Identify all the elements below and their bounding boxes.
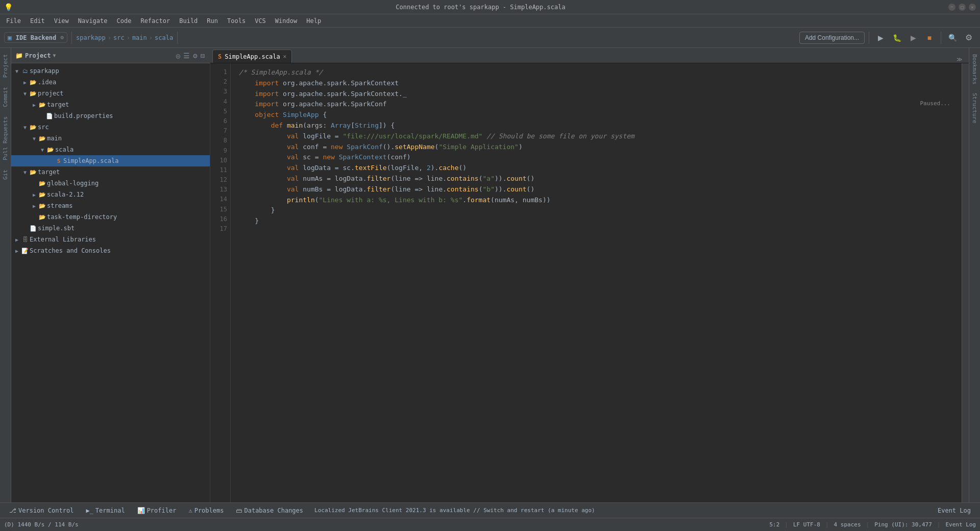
menu-item-view[interactable]: View: [50, 16, 73, 26]
event-log-button[interactable]: Event Log: [933, 505, 976, 516]
menu-item-help[interactable]: Help: [302, 16, 325, 26]
breadcrumb-src[interactable]: src: [113, 34, 125, 41]
menu-item-tools[interactable]: Tools: [223, 16, 250, 26]
paused-indicator: Paused...: [920, 100, 950, 107]
breadcrumb-scala[interactable]: scala: [155, 34, 173, 41]
arrow-scratches: ▶: [13, 248, 20, 254]
icon-simple-sbt: 📄: [29, 225, 38, 232]
terminal-button[interactable]: ▶_ Terminal: [81, 505, 130, 516]
code-line-3: import org.apache.spark.SparkContext._: [239, 89, 953, 100]
breadcrumb-project[interactable]: sparkapp: [76, 34, 106, 41]
icon-target-proj: 📂: [38, 102, 47, 108]
sidebar-tab-pull-requests[interactable]: Pull Requests: [0, 112, 11, 164]
terminal-icon: ▶_: [86, 507, 93, 514]
editor-tab-simpleapp[interactable]: S SimpleApp.scala ✕: [212, 50, 292, 63]
tree-item-target-proj[interactable]: ▶ 📂 target: [11, 99, 210, 110]
right-tab-structure[interactable]: Structure: [969, 89, 980, 128]
menu-item-vcs[interactable]: VCS: [251, 16, 270, 26]
code-line-13: val numBs = logData.filter(line => line.…: [239, 184, 953, 195]
tree-item-streams[interactable]: ▶ 📂 streams: [11, 200, 210, 211]
tree-item-build-properties[interactable]: ▶ 📄 build.properties: [11, 110, 210, 122]
sidebar-tab-project[interactable]: Project: [0, 50, 11, 82]
code-line-6: object SimpleApp {: [239, 110, 953, 120]
ide-backend-label[interactable]: IDE Backend: [14, 34, 58, 41]
version-notice: Localized JetBrains Client 2021.3 is ava…: [310, 507, 930, 514]
line-numbers: 12345 678910 1112131415 1617: [210, 63, 231, 502]
close-button[interactable]: ✕: [969, 4, 976, 11]
sidebar-tab-commit[interactable]: Commit: [0, 83, 11, 111]
left-sidebar-tabs: Project Commit Pull Requests Git: [0, 48, 11, 502]
icon-src: 📂: [29, 124, 38, 131]
status-position[interactable]: 5:2: [769, 521, 779, 528]
tree-item-scala-2-12[interactable]: ▶ 📂 scala-2.12: [11, 189, 210, 200]
title-bar-title: Connected to root's sparkapp - SimpleApp…: [396, 4, 565, 11]
toolbar-separator-1: [71, 32, 72, 44]
menu-item-build[interactable]: Build: [175, 16, 202, 26]
run-button[interactable]: ▶: [873, 31, 888, 45]
profiler-button[interactable]: 📊 Profiler: [132, 505, 182, 516]
menu-item-file[interactable]: File: [2, 16, 25, 26]
stop-button[interactable]: ■: [922, 31, 937, 45]
coverage-button[interactable]: ▶: [906, 31, 920, 45]
tree-item-external-libs[interactable]: ▶ 🗄 External Libraries: [11, 234, 210, 245]
icon-global-logging: 📂: [38, 180, 47, 187]
project-action-minimize[interactable]: ⊟: [200, 51, 206, 61]
project-action-options[interactable]: ☰: [182, 51, 191, 61]
menu-item-window[interactable]: Window: [271, 16, 301, 26]
project-action-settings[interactable]: ⚙: [192, 51, 198, 61]
icon-streams: 📂: [38, 203, 47, 209]
project-dropdown-icon[interactable]: ▼: [53, 53, 56, 58]
tree-item-scala[interactable]: ▼ 📂 scala: [11, 144, 210, 155]
tree-item-simpleapp[interactable]: ▶ S SimpleApp.scala: [11, 155, 210, 166]
status-indent[interactable]: 4 spaces: [834, 521, 861, 528]
project-tree: ▼ 🗂 sparkapp ▶ 📂 .idea ▼ 📂 project ▶ 📂 t…: [11, 63, 210, 502]
breadcrumb-main[interactable]: main: [132, 34, 147, 41]
tree-item-main[interactable]: ▼ 📂 main: [11, 133, 210, 144]
tree-item-scratches[interactable]: ▶ 📝 Scratches and Consoles: [11, 245, 210, 256]
tree-item-target-top[interactable]: ▼ 📂 target: [11, 166, 210, 178]
right-tab-bookmarks[interactable]: Bookmarks: [969, 50, 980, 89]
tree-item-simple-sbt[interactable]: ▶ 📄 simple.sbt: [11, 223, 210, 234]
tree-item-sparkapp[interactable]: ▼ 🗂 sparkapp: [11, 65, 210, 77]
menu-item-code[interactable]: Code: [113, 16, 136, 26]
tab-close-button[interactable]: ✕: [283, 53, 287, 60]
status-event-log[interactable]: Event Log: [945, 521, 976, 528]
arrow-scala: ▼: [39, 147, 46, 153]
menu-item-edit[interactable]: Edit: [26, 16, 49, 26]
search-everywhere-button[interactable]: 🔍: [945, 31, 960, 45]
tree-item-src[interactable]: ▼ 📂 src: [11, 122, 210, 133]
version-control-icon: ⎇: [9, 507, 16, 514]
settings-button[interactable]: ⚙: [962, 31, 976, 45]
version-control-button[interactable]: ⎇ Version Control: [4, 505, 79, 516]
problems-button[interactable]: ⚠ Problems: [183, 505, 229, 516]
tree-item-task-temp[interactable]: ▶ 📂 task-temp-directory: [11, 211, 210, 223]
status-ping[interactable]: Ping (UI): 30,477: [874, 521, 932, 528]
tree-item-global-logging[interactable]: ▶ 📂 global-logging: [11, 178, 210, 189]
project-action-locate[interactable]: ◎: [175, 51, 181, 61]
sidebar-tab-git[interactable]: Git: [0, 165, 11, 184]
toolbar-settings-icon[interactable]: ⚙: [60, 34, 64, 41]
icon-scratches: 📝: [20, 248, 30, 254]
code-line-4: import org.apache.spark.SparkConf: [239, 99, 953, 110]
problems-icon: ⚠: [188, 507, 192, 514]
tree-item-idea[interactable]: ▶ 📂 .idea: [11, 77, 210, 88]
code-line-11: val logData = sc.textFile(logFile, 2).ca…: [239, 163, 953, 174]
code-line-15: }: [239, 205, 953, 216]
code-content[interactable]: /* SimpleApp.scala */ import org.apache.…: [231, 63, 962, 502]
minimize-button[interactable]: ─: [948, 4, 955, 11]
status-disk-info[interactable]: (D) 1440 B/s / 114 B/s: [4, 521, 79, 528]
maximize-button[interactable]: □: [959, 4, 966, 11]
right-scrollbar[interactable]: [962, 63, 969, 502]
tab-overflow[interactable]: ≫: [952, 56, 967, 63]
menu-item-run[interactable]: Run: [203, 16, 222, 26]
menu-item-navigate[interactable]: Navigate: [74, 16, 112, 26]
tree-item-project[interactable]: ▼ 📂 project: [11, 88, 210, 99]
add-configuration-button[interactable]: Add Configuration...: [799, 32, 865, 44]
toolbar-right: Add Configuration... ▶ 🐛 ▶ ■ 🔍 ⚙: [799, 31, 976, 45]
debug-button[interactable]: 🐛: [890, 31, 904, 45]
status-encoding[interactable]: LF UTF-8: [793, 521, 820, 528]
database-changes-button[interactable]: 🗃 Database Changes: [231, 505, 308, 516]
tab-icon-scala: S: [218, 53, 222, 60]
menu-item-refactor[interactable]: Refactor: [136, 16, 174, 26]
app-icon: 💡: [4, 3, 13, 11]
